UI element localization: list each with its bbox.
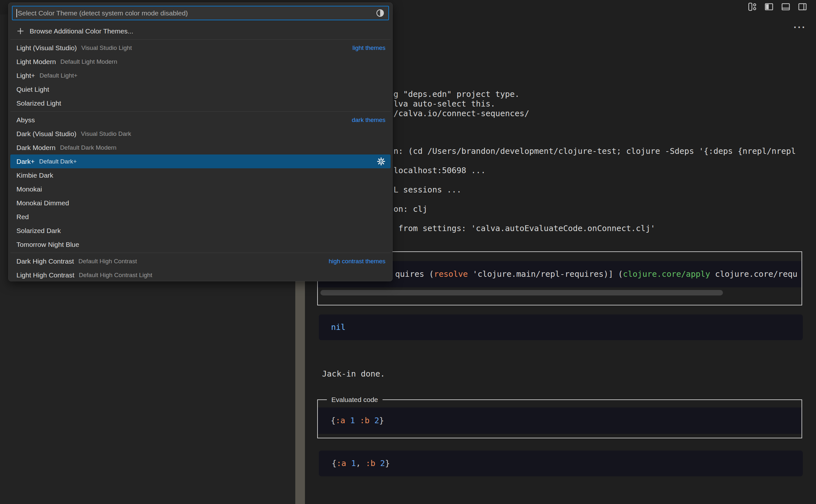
theme-item-tomorrow-night-blue[interactable]: Tomorrow Night Blue <box>10 238 390 251</box>
code-token: resolve <box>434 269 468 279</box>
code-token: } <box>385 459 390 468</box>
theme-item-light-visual-studio[interactable]: Light (Visual Studio)Visual Studio Light… <box>10 41 390 55</box>
theme-group-badge: light themes <box>352 44 385 51</box>
evaluated-code-fieldset: Evaluated code {:a 1 :b 2} <box>317 396 802 438</box>
theme-item-solarized-light[interactable]: Solarized Light <box>10 96 390 110</box>
theme-item-label: Light Modern <box>16 58 56 66</box>
eval-result-block: {:a 1, :b 2} <box>319 451 803 476</box>
theme-item-monokai[interactable]: Monokai <box>10 182 390 196</box>
code-token: { <box>331 416 335 425</box>
list-separator <box>10 39 390 40</box>
code-token: } <box>379 416 384 425</box>
horizontal-scrollbar[interactable] <box>320 290 723 295</box>
list-separator <box>10 111 390 112</box>
theme-item-description: Default Dark+ <box>39 158 77 165</box>
theme-item-description: Default Light Modern <box>61 58 117 65</box>
theme-item-label: Kimbie Dark <box>16 172 53 179</box>
repl-output-line: localhost:50698 ... <box>393 166 486 175</box>
nil-result-text: nil <box>319 314 803 340</box>
theme-item-description: Default Light+ <box>40 72 78 79</box>
theme-item-solarized-dark[interactable]: Solarized Dark <box>10 224 390 238</box>
color-mode-icon[interactable] <box>376 9 384 17</box>
theme-item-label: Dark+ <box>16 158 35 165</box>
code-token: clojure.core/requ <box>710 269 797 279</box>
theme-item-red[interactable]: Red <box>10 210 390 224</box>
theme-item-dark-high-contrast[interactable]: Dark High ContrastDefault High Contrasth… <box>10 254 390 268</box>
code-token: 2 <box>380 459 385 468</box>
theme-item-description: Visual Studio Dark <box>81 130 131 137</box>
theme-item-label: Browse Additional Color Themes... <box>30 27 133 35</box>
gear-icon[interactable] <box>377 157 385 166</box>
code-token: :b <box>365 459 375 468</box>
theme-item-label: Light High Contrast <box>16 271 74 279</box>
theme-item-label: Abyss <box>16 116 35 124</box>
repl-output-line: from settings: 'calva.autoEvaluateCode.o… <box>393 224 655 233</box>
editor-more-actions-button[interactable]: ··· <box>791 23 809 34</box>
code-token <box>355 416 360 425</box>
code-token: , <box>356 459 365 468</box>
theme-item-description: Default High Contrast Light <box>79 272 152 279</box>
theme-item-light-high-contrast[interactable]: Light High ContrastDefault High Contrast… <box>10 268 390 281</box>
code-token: quires ( <box>395 269 434 279</box>
theme-group-badge: dark themes <box>352 117 385 124</box>
theme-item-browse-additional-color-themes[interactable]: Browse Additional Color Themes... <box>10 24 390 38</box>
code-token: 2 <box>374 416 379 425</box>
theme-item-abyss[interactable]: Abyssdark themes <box>10 113 390 127</box>
evaluated-code-line: {:a 1 :b 2} <box>318 407 802 434</box>
repl-output-line: n: (cd /Users/brandon/development/clojur… <box>393 146 796 156</box>
toggle-panel-icon[interactable] <box>781 2 790 11</box>
customize-layout-icon[interactable] <box>748 2 757 11</box>
theme-item-quiet-light[interactable]: Quiet Light <box>10 82 390 96</box>
theme-item-description: Default High Contrast <box>79 258 137 265</box>
theme-item-label: Monokai <box>16 185 42 193</box>
evaluated-code-strip: {:a 1 :b 2} <box>318 407 802 434</box>
color-theme-quick-pick: Select Color Theme (detect system color … <box>8 3 392 281</box>
layout-controls <box>748 2 807 11</box>
theme-item-dark-visual-studio[interactable]: Dark (Visual Studio)Visual Studio Dark <box>10 127 390 141</box>
theme-list: Browse Additional Color Themes...Light (… <box>9 24 392 281</box>
theme-item-label: Light+ <box>16 72 35 79</box>
jack-in-done-text: Jack-in done. <box>322 369 385 379</box>
quick-pick-input-text: Select Color Theme (detect system color … <box>18 9 376 17</box>
code-token <box>375 459 380 468</box>
repl-output-line: L sessions ... <box>393 185 462 195</box>
theme-item-label: Red <box>16 213 29 221</box>
code-token <box>369 416 374 425</box>
vscode-window: ··· g "deps.edn" project type.lva auto-s… <box>0 0 816 504</box>
theme-item-description: Visual Studio Light <box>81 44 132 51</box>
list-separator <box>10 253 390 253</box>
code-token: { <box>332 459 336 468</box>
repl-output-line: /calva.io/connect-sequences/ <box>393 109 529 118</box>
theme-item-label: Quiet Light <box>16 86 49 93</box>
theme-item-label: Solarized Dark <box>16 227 61 235</box>
theme-item-label: Dark High Contrast <box>16 257 74 265</box>
eval-result-line: {:a 1, :b 2} <box>319 451 803 476</box>
toggle-primary-sidebar-icon[interactable] <box>764 2 774 11</box>
evaluated-code-legend: Evaluated code <box>327 396 382 404</box>
theme-item-light-modern[interactable]: Light ModernDefault Light Modern <box>10 55 390 69</box>
code-token: :a <box>335 416 345 425</box>
theme-item-label: Tomorrow Night Blue <box>16 241 79 248</box>
theme-item-light[interactable]: Light+Default Light+ <box>10 69 390 82</box>
text-caret <box>16 9 17 17</box>
code-token: clojure.core/apply <box>623 269 710 279</box>
theme-item-label: Monokai Dimmed <box>16 199 69 207</box>
code-token <box>346 459 351 468</box>
jack-in-code-line: quires (resolve 'clojure.main/repl-requi… <box>395 261 797 287</box>
code-token: :a <box>336 459 346 468</box>
toggle-secondary-sidebar-icon[interactable] <box>798 2 807 11</box>
repl-output-line: on: clj <box>393 204 427 214</box>
theme-item-label: Light (Visual Studio) <box>16 44 77 52</box>
code-token: 'clojure.main/repl-requires)] ( <box>468 269 623 279</box>
theme-item-monokai-dimmed[interactable]: Monokai Dimmed <box>10 196 390 210</box>
nil-result-block: nil <box>319 314 803 340</box>
add-icon <box>16 27 24 35</box>
quick-pick-input[interactable]: Select Color Theme (detect system color … <box>12 6 389 20</box>
theme-item-label: Dark (Visual Studio) <box>16 130 76 138</box>
repl-output-line: g "deps.edn" project type. <box>393 89 520 99</box>
theme-item-dark[interactable]: Dark+Default Dark+ <box>10 154 390 168</box>
code-token <box>345 416 350 425</box>
repl-output-line: lva auto-select this. <box>393 99 495 109</box>
theme-item-kimbie-dark[interactable]: Kimbie Dark <box>10 168 390 182</box>
theme-item-dark-modern[interactable]: Dark ModernDefault Dark Modern <box>10 141 390 154</box>
